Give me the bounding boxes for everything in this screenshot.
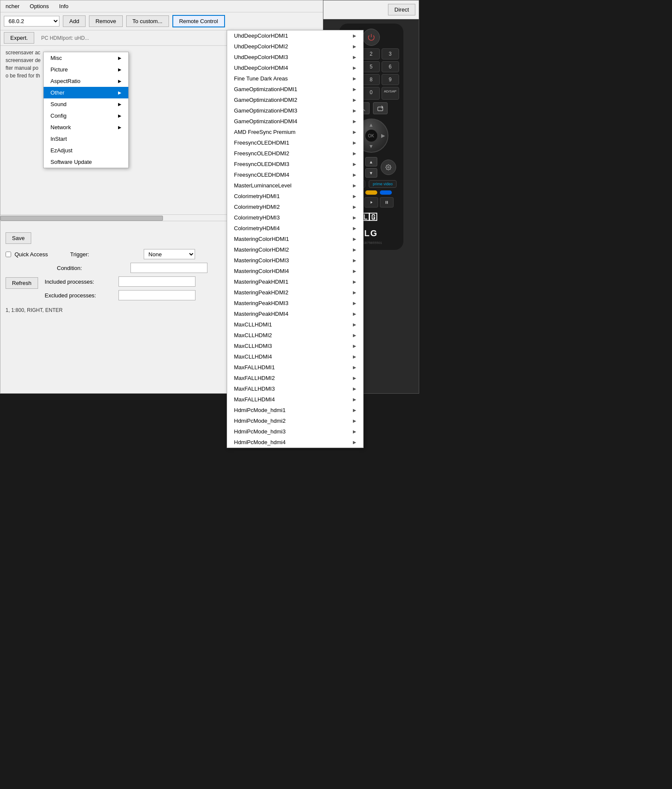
sub-freeoled3[interactable]: FreesyncOLEDHDMI3 ▶ — [227, 159, 363, 169]
remote-control-button[interactable]: Remote Control — [172, 15, 225, 27]
sub-gameopt1[interactable]: GameOptimizationHDMI1 ▶ — [227, 84, 363, 95]
sub-masterpeak4[interactable]: MasteringPeakHDMI4 ▶ — [227, 308, 363, 319]
sub-maxfall3[interactable]: MaxFALLHDMI3 ▶ — [227, 383, 363, 394]
key-9[interactable]: 9 — [382, 74, 399, 85]
sub-mastercolor1[interactable]: MasteringColorHDMI1 ▶ — [227, 234, 363, 244]
sub-uhd4[interactable]: UhdDeepColorHDMI4 ▶ — [227, 62, 363, 73]
sub-maxcll2[interactable]: MaxCLLHDMI2 ▶ — [227, 330, 363, 341]
nav-down[interactable]: ▼ — [369, 143, 374, 149]
sub-freeoled2-arrow: ▶ — [353, 151, 356, 156]
key-ad-sap[interactable]: AD/SAP — [382, 87, 399, 100]
sub-masterpeak3[interactable]: MasteringPeakHDMI3 ▶ — [227, 298, 363, 308]
input-button[interactable] — [373, 102, 388, 114]
ctx-network[interactable]: Network ▶ — [44, 122, 128, 133]
sub-gameopt4[interactable]: GameOptimizationHDMI4 ▶ — [227, 116, 363, 127]
menu-info[interactable]: Info — [57, 2, 70, 10]
ctx-config[interactable]: Config ▶ — [44, 110, 128, 122]
nav-ok[interactable]: OK — [365, 130, 377, 142]
ch-down[interactable]: ▼ — [365, 168, 377, 178]
ctx-ezadjust[interactable]: EzAdjust — [44, 145, 128, 156]
ctx-sound[interactable]: Sound ▶ — [44, 98, 128, 110]
quick-access-checkbox[interactable] — [6, 252, 11, 257]
ch-up[interactable]: ▲ — [365, 157, 377, 166]
key-3[interactable]: 3 — [382, 48, 399, 59]
version-select[interactable]: 68.0.2 — [4, 16, 59, 27]
key-0[interactable]: 0 — [362, 87, 380, 100]
ctx-other[interactable]: Other ▶ — [44, 87, 128, 98]
yellow-button[interactable] — [365, 190, 377, 195]
sub-hdmipc2-label: HdmiPcMode_hdmi2 — [234, 418, 286, 424]
sub-hdmipc2[interactable]: HdmiPcMode_hdmi2 ▶ — [227, 415, 363, 426]
scrollbar-thumb[interactable] — [0, 216, 163, 221]
remove-button[interactable]: Remove — [89, 15, 122, 27]
ctx-picture[interactable]: Picture ▶ — [44, 64, 128, 75]
menu-options[interactable]: Options — [28, 2, 51, 10]
ctx-misc[interactable]: Misc ▶ — [44, 52, 128, 64]
sub-color1[interactable]: ColorimetryHDMI1 ▶ — [227, 191, 363, 202]
prime-button[interactable]: prime video — [369, 180, 397, 188]
sub-color4-label: ColorimetryHDMI4 — [234, 225, 280, 231]
ctx-network-arrow: ▶ — [118, 125, 121, 130]
condition-input[interactable] — [130, 263, 207, 273]
sub-uhd4-label: UhdDeepColorHDMI4 — [234, 65, 288, 71]
trigger-select[interactable]: None — [144, 249, 195, 259]
sub-color2[interactable]: ColorimetryHDMI2 ▶ — [227, 202, 363, 212]
nav-right[interactable]: ▶ — [381, 133, 385, 139]
sub-mastercolor2-arrow: ▶ — [353, 247, 356, 252]
nav-up[interactable]: ▲ — [369, 122, 374, 128]
sub-hdmipc3[interactable]: HdmiPcMode_hdmi3 ▶ — [227, 426, 363, 437]
power-button[interactable] — [363, 29, 380, 46]
menu-launcher[interactable]: ncher — [4, 2, 21, 10]
sub-masterlum[interactable]: MasterLuminanceLevel ▶ — [227, 180, 363, 191]
sub-color3[interactable]: ColorimetryHDMI3 ▶ — [227, 212, 363, 223]
ctx-software-update[interactable]: Software Update — [44, 156, 128, 168]
sub-maxfall1-arrow: ▶ — [353, 365, 356, 370]
excluded-processes-input[interactable] — [118, 290, 195, 300]
sub-mastercolor4[interactable]: MasteringColorHDMI4 ▶ — [227, 266, 363, 276]
sub-amd[interactable]: AMD FreeSync Premium ▶ — [227, 127, 363, 137]
key-6[interactable]: 6 — [382, 61, 399, 72]
included-processes-input[interactable] — [118, 276, 195, 287]
sub-uhd2[interactable]: UhdDeepColorHDMI2 ▶ — [227, 41, 363, 52]
key-2[interactable]: 2 — [362, 48, 380, 59]
other-submenu: UhdDeepColorHDMI1 ▶ UhdDeepColorHDMI2 ▶ … — [227, 30, 364, 448]
sub-hdmipc4[interactable]: HdmiPcMode_hdmi4 ▶ — [227, 437, 363, 448]
ctx-aspectratio[interactable]: AspectRatio ▶ — [44, 75, 128, 87]
blue-button[interactable] — [380, 190, 392, 195]
to-custom-button[interactable]: To custom... — [126, 15, 169, 27]
pause-button[interactable] — [380, 197, 394, 208]
sub-color4[interactable]: ColorimetryHDMI4 ▶ — [227, 223, 363, 234]
sub-maxfall2[interactable]: MaxFALLHDMI2 ▶ — [227, 373, 363, 383]
sub-mastercolor2[interactable]: MasteringColorHDMI2 ▶ — [227, 244, 363, 255]
key-5[interactable]: 5 — [362, 61, 380, 72]
sub-gameopt2[interactable]: GameOptimizationHDMI2 ▶ — [227, 95, 363, 105]
sub-maxfall4[interactable]: MaxFALLHDMI4 ▶ — [227, 394, 363, 405]
sub-uhd1[interactable]: UhdDeepColorHDMI1 ▶ — [227, 30, 363, 41]
sub-uhd3[interactable]: UhdDeepColorHDMI3 ▶ — [227, 52, 363, 62]
sub-masterpeak2[interactable]: MasteringPeakHDMI2 ▶ — [227, 287, 363, 298]
play-button[interactable] — [364, 197, 378, 208]
sub-finetune[interactable]: Fine Tune Dark Areas ▶ — [227, 73, 363, 84]
sub-freeoled1[interactable]: FreesyncOLEDHDMI1 ▶ — [227, 137, 363, 148]
sub-maxcll4[interactable]: MaxCLLHDMI4 ▶ — [227, 351, 363, 362]
add-button[interactable]: Add — [63, 15, 86, 27]
refresh-button[interactable]: Refresh — [6, 277, 38, 289]
sub-gameopt3[interactable]: GameOptimizationHDMI3 ▶ — [227, 105, 363, 116]
ctx-instart[interactable]: InStart — [44, 133, 128, 145]
sub-masterpeak1[interactable]: MasteringPeakHDMI1 ▶ — [227, 276, 363, 287]
sub-maxcll1[interactable]: MaxCLLHDMI1 ▶ — [227, 319, 363, 330]
sub-maxcll3[interactable]: MaxCLLHDMI3 ▶ — [227, 341, 363, 351]
direct-button[interactable]: Direct — [388, 4, 415, 15]
key-8[interactable]: 8 — [362, 74, 380, 85]
sub-hdmipc1[interactable]: HdmiPcMode_hdmi1 ▶ — [227, 405, 363, 415]
expert-button[interactable]: Expert. — [4, 32, 34, 44]
sub-freeoled2[interactable]: FreesyncOLEDHDMI2 ▶ — [227, 148, 363, 159]
settings-button[interactable] — [381, 160, 396, 175]
sub-masterpeak2-label: MasteringPeakHDMI2 — [234, 289, 288, 296]
sub-maxfall1[interactable]: MaxFALLHDMI1 ▶ — [227, 362, 363, 373]
sub-freeoled4[interactable]: FreesyncOLEDHDMI4 ▶ — [227, 169, 363, 180]
ch-vol-block: ▲ ▼ — [365, 157, 377, 178]
save-button[interactable]: Save — [6, 232, 31, 244]
sub-maxfall2-arrow: ▶ — [353, 376, 356, 380]
sub-mastercolor3[interactable]: MasteringColorHDMI3 ▶ — [227, 255, 363, 266]
